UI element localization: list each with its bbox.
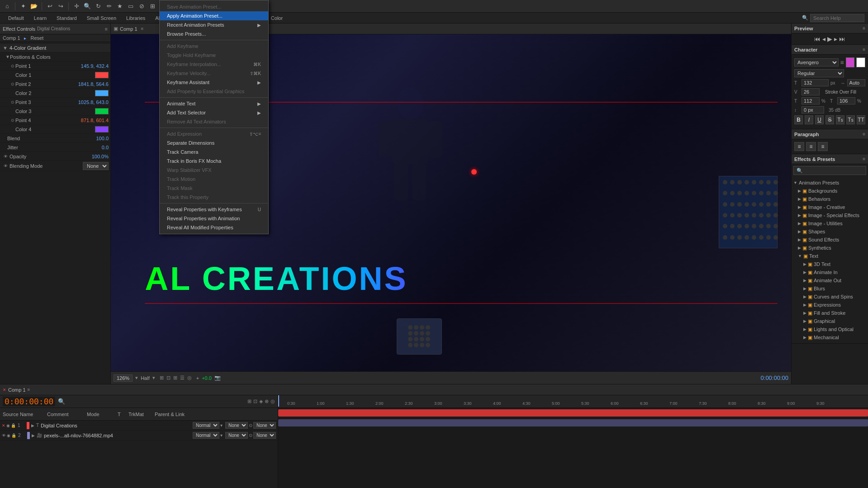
menu-warp-stabilizer[interactable]: Warp Stabilizer VFX xyxy=(160,166,268,175)
tree-behaviors[interactable]: ▶ ▣ Behaviors xyxy=(792,195,868,203)
preview-first-icon[interactable]: ⏮ xyxy=(814,35,821,43)
menu-keyframe-interpolation[interactable]: Keyframe Interpolation... ⌘K xyxy=(160,60,268,69)
menu-add-text-selector[interactable]: Add Text Selector ▶ xyxy=(160,108,268,117)
camera-icon[interactable]: ◎ xyxy=(187,375,192,381)
menu-add-essential-graphics[interactable]: Add Property to Essential Graphics xyxy=(160,87,268,96)
track1-mode-select[interactable]: Normal xyxy=(193,422,219,429)
menu-toggle-hold[interactable]: Toggle Hold Keyframe xyxy=(160,51,268,60)
tree-backgrounds[interactable]: ▶ ▣ Backgrounds xyxy=(792,187,868,195)
track2-vis-icon[interactable]: 👁 xyxy=(2,433,6,438)
tree-image-special[interactable]: ▶ ▣ Image - Special Effects xyxy=(792,211,868,219)
preview-prev-icon[interactable]: ◂ xyxy=(822,35,825,43)
effect-group-4color[interactable]: ▼ 4-Color Gradient xyxy=(0,44,110,52)
tl-icon-3[interactable]: ◈ xyxy=(259,398,263,404)
undo-icon[interactable]: ↩ xyxy=(45,2,54,11)
color3-swatch[interactable] xyxy=(95,108,109,114)
track2-bar[interactable] xyxy=(278,419,868,426)
preview-last-icon[interactable]: ⏭ xyxy=(839,35,845,43)
reset-button[interactable]: Reset xyxy=(31,35,44,41)
point2-value[interactable]: 1841.8, 564.6 xyxy=(78,81,109,87)
tree-sound-effects[interactable]: ▶ ▣ Sound Effects xyxy=(792,236,868,244)
timeline-playhead[interactable] xyxy=(278,395,279,407)
tree-image-creative[interactable]: ▶ ▣ Image - Creative xyxy=(792,203,868,211)
track2-solo-icon[interactable]: ◉ xyxy=(7,433,10,438)
timeline-search-icon[interactable]: 🔍 xyxy=(58,398,65,405)
quality-dropdown-arrow[interactable]: ▾ xyxy=(152,375,155,381)
bold-button[interactable]: B xyxy=(794,115,803,124)
effects-presets-expand-icon[interactable]: ≡ xyxy=(863,156,865,161)
panel-close-icon[interactable]: ≡ xyxy=(105,26,108,32)
align-center-button[interactable]: ≡ xyxy=(806,142,816,151)
tab-learn[interactable]: Learn xyxy=(29,13,51,24)
track2-mode-select[interactable]: Normal xyxy=(193,432,219,439)
menu-keyframe-velocity[interactable]: Keyframe Velocity... ⇧⌘K xyxy=(160,69,268,78)
plus-icon[interactable]: + xyxy=(196,375,199,381)
open-folder-icon[interactable]: 📂 xyxy=(29,2,38,11)
menu-animate-text[interactable]: Animate Text ▶ xyxy=(160,99,268,108)
redo-icon[interactable]: ↪ xyxy=(56,2,65,11)
star-tool-icon[interactable]: ★ xyxy=(115,2,124,11)
new-icon[interactable]: ✦ xyxy=(19,2,28,11)
jitter-value[interactable]: 0.0 xyxy=(102,145,109,150)
allcaps-button[interactable]: TT xyxy=(857,115,865,124)
character-expand-icon[interactable]: ≡ xyxy=(863,47,865,52)
menu-reveal-keyframes[interactable]: Reveal Properties with Keyframes U xyxy=(160,205,268,214)
tree-fill-stroke[interactable]: ▶ ▣ Fill and Stroke xyxy=(792,309,868,317)
zoom-display[interactable]: 126% xyxy=(114,374,133,382)
color-swatch-2[interactable] xyxy=(856,57,865,67)
tree-synthetics[interactable]: ▶ ▣ Synthetics xyxy=(792,244,868,252)
menu-track-mask[interactable]: Track Mask xyxy=(160,184,268,193)
menu-track-camera[interactable]: Track Camera xyxy=(160,147,268,156)
rotate-tool-icon[interactable]: ↻ xyxy=(94,2,103,11)
preview-expand-icon[interactable]: ≡ xyxy=(863,26,865,31)
preview-play-icon[interactable]: ▶ xyxy=(827,35,832,43)
positions-colors-row[interactable]: ▼ Positions & Colors xyxy=(0,52,110,62)
tree-blurs[interactable]: ▶ ▣ Blurs xyxy=(792,284,868,293)
track2-parent-select[interactable]: None xyxy=(253,432,276,439)
menu-recent-presets[interactable]: Recent Animation Presets ▶ xyxy=(160,20,268,29)
font-name-select[interactable]: Avengero xyxy=(794,58,839,66)
point1-value[interactable]: 145.9, 432.4 xyxy=(81,63,109,69)
tracking-input[interactable] xyxy=(847,79,865,86)
font-browse-icon[interactable]: ≡ xyxy=(840,59,844,66)
track2-expand-icon[interactable]: ▶ xyxy=(32,433,35,438)
search-help-input[interactable] xyxy=(810,14,864,22)
strikethrough-button[interactable]: S xyxy=(825,115,834,124)
comp-selector-arrow[interactable]: ▸ xyxy=(24,36,26,41)
safe-zones-icon[interactable]: ⊡ xyxy=(166,375,171,381)
baseline-input[interactable] xyxy=(802,106,824,114)
menu-browse-presets[interactable]: Browse Presets... xyxy=(160,29,268,38)
tree-curves-spins[interactable]: ▶ ▣ Curves and Spins xyxy=(792,293,868,301)
color4-swatch[interactable] xyxy=(95,126,109,133)
tab-libraries[interactable]: Libraries xyxy=(122,13,150,24)
menu-track-boris[interactable]: Track in Boris FX Mocha xyxy=(160,156,268,166)
point4-value[interactable]: 871.8, 601.4 xyxy=(81,118,109,123)
italic-button[interactable]: I xyxy=(805,115,813,124)
tab-default[interactable]: Default xyxy=(4,13,28,24)
tl-icon-2[interactable]: ⊡ xyxy=(253,398,257,404)
timeline-tab-icon[interactable]: ≡ xyxy=(28,387,30,392)
kerning-input[interactable] xyxy=(802,88,820,95)
paragraph-expand-icon[interactable]: ≡ xyxy=(863,132,865,137)
subscript-button[interactable]: Ts xyxy=(846,115,855,124)
track2-trkmat-select[interactable]: None xyxy=(225,432,248,439)
preview-next-icon[interactable]: ▸ xyxy=(834,35,837,43)
tl-icon-1[interactable]: ⊞ xyxy=(247,398,251,404)
tl-icon-4[interactable]: ⊗ xyxy=(265,398,269,404)
color-swatch-1[interactable] xyxy=(846,57,855,67)
tab-standard[interactable]: Standard xyxy=(52,13,81,24)
tree-graphical[interactable]: ▶ ▣ Graphical xyxy=(792,317,868,325)
horizontal-scale-input[interactable] xyxy=(837,97,855,104)
grid-icon[interactable]: ⊞ xyxy=(173,375,177,381)
tree-3d-text[interactable]: ▶ ▣ 3D Text xyxy=(792,260,868,268)
tree-shapes[interactable]: ▶ ▣ Shapes xyxy=(792,227,868,236)
font-size-input[interactable] xyxy=(802,79,829,86)
fit-icon[interactable]: ⊞ xyxy=(160,375,164,381)
track1-expand-icon[interactable]: ▶ xyxy=(31,423,34,428)
shape-tool-icon[interactable]: ▭ xyxy=(126,2,135,11)
timeline-comp-tab[interactable]: Comp 1 xyxy=(8,387,26,393)
tab-small-screen[interactable]: Small Screen xyxy=(82,13,121,24)
move-tool-icon[interactable]: ✛ xyxy=(72,2,81,11)
track1-lock-icon[interactable]: 🔒 xyxy=(11,423,16,428)
opacity-value[interactable]: 100.0% xyxy=(92,154,109,159)
